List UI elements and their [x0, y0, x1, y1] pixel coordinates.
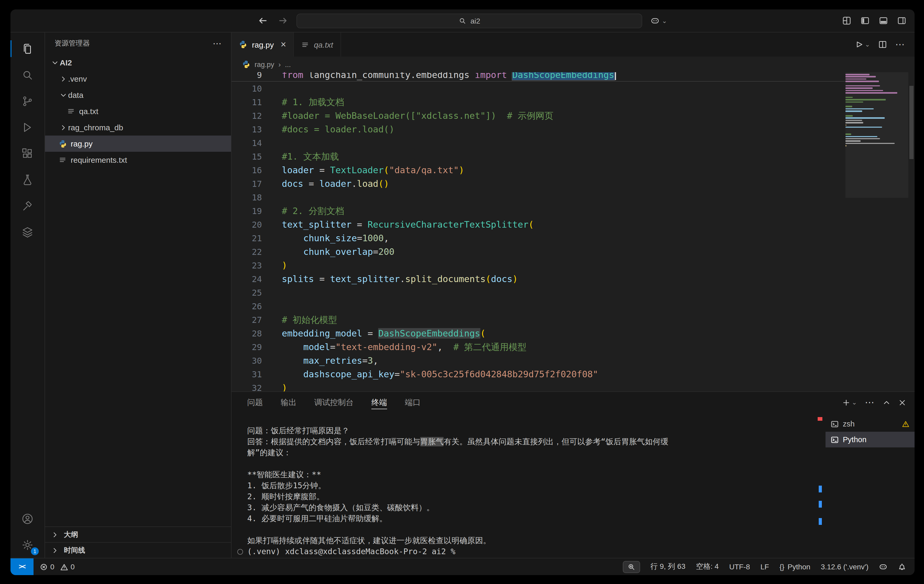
- language-mode[interactable]: {} Python: [779, 563, 810, 571]
- code-line-9[interactable]: 9from langchain_community.embeddings imp…: [231, 72, 845, 82]
- code-line-19[interactable]: 19# 2. 分割文档: [231, 204, 845, 218]
- tree-item-rag_chroma_db[interactable]: rag_chroma_db: [45, 119, 231, 135]
- remote-indicator[interactable]: ><: [10, 558, 33, 575]
- code-line-17[interactable]: 17docs = loader.load(): [231, 177, 845, 191]
- language-label: Python: [787, 563, 810, 571]
- line-number: 22: [231, 247, 262, 257]
- close-panel-icon[interactable]: [898, 398, 906, 406]
- notifications-bell-icon[interactable]: [898, 563, 906, 571]
- new-terminal-button[interactable]: ⌄: [842, 398, 857, 406]
- code-line-22[interactable]: 22 chunk_overlap=200: [231, 245, 845, 258]
- code-text: chunk_size=1000,: [262, 233, 389, 243]
- panel-tab-ports[interactable]: 端口: [405, 392, 421, 413]
- terminal-line: 如果打嗝持续或伴随其他不适症状，建议进一步就医检查以明确原因。: [247, 535, 817, 546]
- tree-item-data[interactable]: data: [45, 87, 231, 103]
- problems-status[interactable]: 0 0: [33, 563, 75, 571]
- panel-tab-terminal[interactable]: 终端: [371, 392, 387, 413]
- close-icon[interactable]: ×: [280, 39, 286, 50]
- terminal-output[interactable]: 问题：饭后经常打嗝原因是？回答：根据提供的文档内容，饭后经常打嗝可能与胃胀气有关…: [231, 413, 825, 558]
- tree-item-AI2[interactable]: AI2: [45, 54, 231, 71]
- settings-gear-icon[interactable]: 1: [10, 532, 45, 558]
- tree-item-requirements.txt[interactable]: requirements.txt: [45, 152, 231, 168]
- panel-tab-problems[interactable]: 问题: [247, 392, 263, 413]
- section-timeline[interactable]: 时间线: [45, 542, 231, 558]
- panel-tabs: 问题输出调试控制台终端端口: [247, 392, 439, 413]
- extensions-icon[interactable]: [10, 140, 45, 166]
- section-outline[interactable]: 大纲: [45, 526, 231, 542]
- search-view-icon[interactable]: [10, 62, 45, 88]
- toggle-panel-icon[interactable]: [879, 16, 888, 25]
- tab-rag.py[interactable]: rag.py×: [231, 33, 294, 56]
- toggle-secondary-sidebar-icon[interactable]: [897, 16, 906, 25]
- cursor-position[interactable]: 行 9, 列 63: [650, 562, 685, 571]
- tab-label: qa.txt: [314, 40, 333, 49]
- account-icon[interactable]: [10, 505, 45, 532]
- code-line-28[interactable]: 28embedding_model = DashScopeEmbeddings(: [231, 327, 845, 340]
- customize-layout-icon[interactable]: [842, 16, 851, 25]
- line-number: 25: [231, 288, 262, 298]
- code-line-23[interactable]: 23): [231, 258, 845, 272]
- split-editor-icon[interactable]: [878, 40, 887, 49]
- terminal-line: 4. 必要时可服用二甲硅油片帮助缓解。: [247, 513, 817, 524]
- code-line-31[interactable]: 31 dashscope_api_key="sk-005c3c25f6d0428…: [231, 367, 845, 381]
- code-line-12[interactable]: 12#loader = WebBaseLoader(["xdclass.net"…: [231, 109, 845, 122]
- tree-item-rag.py[interactable]: rag.py: [45, 135, 231, 152]
- terminal-instance-Python[interactable]: Python: [825, 432, 914, 447]
- toggle-sidebar-icon[interactable]: [861, 16, 870, 25]
- stack-icon[interactable]: [10, 219, 45, 245]
- code-line-10[interactable]: 10: [231, 82, 845, 95]
- panel-tab-output[interactable]: 输出: [281, 392, 297, 413]
- breadcrumb-rest[interactable]: ...: [285, 61, 291, 68]
- copilot-menu[interactable]: ⌄: [651, 16, 667, 25]
- panel-tab-debug-console[interactable]: 调试控制台: [314, 392, 353, 413]
- code-line-24[interactable]: 24splits = text_splitter.split_documents…: [231, 272, 845, 286]
- python-icon: [239, 40, 247, 49]
- run-file-button[interactable]: ⌄: [855, 40, 870, 49]
- code-line-13[interactable]: 13#docs = loader.load(): [231, 122, 845, 136]
- code-line-16[interactable]: 16loader = TextLoader("data/qa.txt"): [231, 163, 845, 177]
- testing-icon[interactable]: [10, 166, 45, 192]
- run-debug-icon[interactable]: [10, 114, 45, 140]
- zoom-indicator[interactable]: [622, 561, 640, 573]
- code-line-27[interactable]: 27# 初始化模型: [231, 313, 845, 327]
- code-editor[interactable]: 9from langchain_community.embeddings imp…: [231, 72, 914, 392]
- back-icon[interactable]: [258, 16, 268, 26]
- chevron-right-icon: [59, 75, 68, 82]
- tree-item-.venv[interactable]: .venv: [45, 71, 231, 87]
- explorer-icon[interactable]: [10, 36, 45, 62]
- code-line-20[interactable]: 20text_splitter = RecursiveCharacterText…: [231, 218, 845, 231]
- editor-more-actions-icon[interactable]: ⋯: [895, 39, 905, 50]
- tree-item-label: AI2: [60, 58, 72, 67]
- code-line-11[interactable]: 11# 1. 加载文档: [231, 95, 845, 109]
- maximize-panel-icon[interactable]: [883, 398, 891, 406]
- terminal-instance-zsh[interactable]: zsh: [825, 416, 914, 432]
- code-line-18[interactable]: 18: [231, 191, 845, 204]
- scrollbar-thumb[interactable]: [909, 86, 914, 159]
- command-center-search[interactable]: ai2: [297, 13, 642, 28]
- code-line-14[interactable]: 14: [231, 136, 845, 150]
- tab-qa.txt[interactable]: qa.txt: [294, 33, 341, 56]
- code-line-15[interactable]: 15#1. 文本加载: [231, 150, 845, 163]
- encoding[interactable]: UTF-8: [729, 563, 750, 571]
- minimap[interactable]: [845, 72, 908, 392]
- code-line-30[interactable]: 30 max_retries=3,: [231, 354, 845, 367]
- code-line-25[interactable]: 25: [231, 286, 845, 299]
- python-interpreter[interactable]: 3.12.6 ('.venv'): [821, 563, 868, 571]
- forward-icon[interactable]: [279, 16, 288, 26]
- indent-setting[interactable]: 空格: 4: [696, 562, 719, 571]
- source-control-icon[interactable]: [10, 88, 45, 114]
- code-line-21[interactable]: 21 chunk_size=1000,: [231, 231, 845, 245]
- more-actions-icon[interactable]: ⋯: [213, 38, 221, 49]
- file-icon: [67, 107, 79, 115]
- tree-item-qa.txt[interactable]: qa.txt: [45, 103, 231, 119]
- code-line-32[interactable]: 32): [231, 381, 845, 392]
- panel-more-actions-icon[interactable]: ⋯: [865, 396, 875, 408]
- breadcrumb-file[interactable]: rag.py: [254, 61, 274, 68]
- code-line-26[interactable]: 26: [231, 299, 845, 313]
- copilot-status-icon[interactable]: [879, 563, 887, 571]
- tools-icon[interactable]: [10, 192, 45, 219]
- code-line-29[interactable]: 29 model="text-embedding-v2", # 第二代通用模型: [231, 340, 845, 354]
- eol-setting[interactable]: LF: [761, 563, 769, 571]
- editor-scrollbar[interactable]: [908, 72, 914, 392]
- braces-icon: {}: [779, 563, 784, 571]
